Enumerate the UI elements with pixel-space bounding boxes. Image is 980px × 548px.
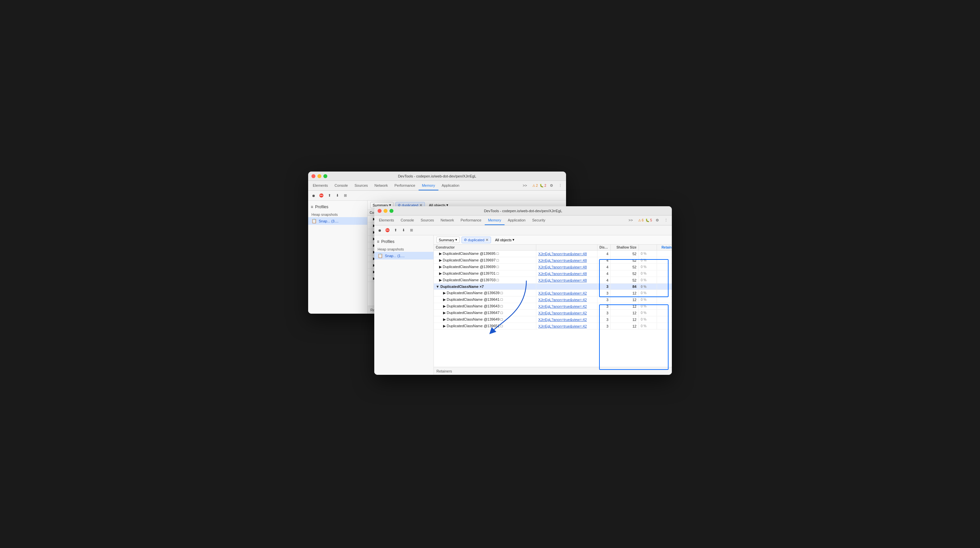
profiles-label-back: Profiles (315, 205, 328, 209)
download-icon-front[interactable]: ⬇ (400, 227, 407, 233)
td-link[interactable]: XJrrEgL?anon=true&view=:42 (536, 323, 597, 329)
table-row[interactable]: ▶ DuplicatedClassName @139647 □ XJrrEgL?… (434, 310, 672, 316)
tab-application-front[interactable]: Application (504, 216, 529, 225)
toolbar-back: ⏺ ⛔ ⬆ ⬇ ⊞ (308, 191, 566, 201)
warn-badge-front: ⚠ 6 (638, 218, 644, 222)
stop-icon[interactable]: ⛔ (318, 192, 325, 199)
tab-elements-back[interactable]: Elements (309, 181, 331, 191)
traffic-lights-front (378, 209, 393, 213)
sliders-icon: ≡ (311, 205, 313, 209)
settings-icon-front[interactable]: ⚙ (654, 217, 660, 224)
tab-console-front[interactable]: Console (398, 216, 417, 225)
maximize-button[interactable] (323, 174, 327, 178)
th-constructor-front: Constructor (434, 245, 536, 250)
td-constructor: ▶ DuplicatedClassName @139651 □ (434, 323, 536, 329)
filter-dropdown-front[interactable]: Summary ▾ (436, 237, 460, 243)
table-row[interactable]: ▶ DuplicatedClassName @139639 □ XJrrEgL?… (434, 290, 672, 297)
record-icon-front[interactable]: ⏺ (376, 227, 383, 233)
td-constructor: ▶ DuplicatedClassName @139643 □ (434, 303, 536, 309)
tab-more-front[interactable]: >> (625, 218, 636, 223)
data-table-front[interactable]: Constructor Dist... Shallow Size Retaine… (434, 245, 672, 367)
grid-icon-front[interactable]: ⊞ (408, 227, 415, 233)
tab-performance-back[interactable]: Performance (391, 181, 418, 191)
tab-security-front[interactable]: Security (529, 216, 549, 225)
filter-select-front[interactable]: All objects ▾ (493, 237, 517, 243)
table-row[interactable]: ▶ DuplicatedClassName @139649 □ XJrrEgL?… (434, 316, 672, 323)
minimize-button-front[interactable] (383, 209, 388, 213)
tab-bar-right-back: >> ⚠ 2 🐛 2 ⚙ ⋮ (519, 181, 565, 191)
tab-memory-front[interactable]: Memory (485, 216, 504, 225)
minimize-button[interactable] (317, 174, 321, 178)
tab-network-back[interactable]: Network (371, 181, 391, 191)
record-icon[interactable]: ⏺ (310, 192, 317, 199)
tab-elements-front[interactable]: Elements (375, 216, 398, 225)
bug-badge-back: 🐛 2 (539, 184, 546, 187)
tab-bar-back: Elements Console Sources Network Perform… (308, 181, 566, 191)
th-dist-front: Dist... (597, 245, 611, 250)
td-constructor: ▶ DuplicatedClassName @139647 □ (434, 310, 536, 316)
td-constructor: ▶ DuplicatedClassName @139695 □ (434, 251, 536, 257)
table-row-group[interactable]: ▼ DuplicatedClassName ×7 3 84 0 % 84 0 % (434, 284, 672, 290)
more-icon-front[interactable]: ⋮ (663, 217, 669, 224)
td-link[interactable]: XJrrEgL?anon=true&view=:48 (536, 257, 597, 264)
heap-content-front: Summary ▾ ⊘ duplicated ✕ All objects ▾ (434, 235, 672, 375)
td-constructor: ▶ DuplicatedClassName @139649 □ (434, 316, 536, 322)
screenshot-container: DevTools - codepen.io/web-dot-dev/pen/XJ… (308, 172, 672, 376)
td-link[interactable]: XJrrEgL?anon=true&view=:48 (536, 270, 597, 276)
td-constructor: ▶ DuplicatedClassName @139703 □ (434, 277, 536, 283)
upload-icon[interactable]: ⬆ (326, 192, 332, 199)
main-area-front: ≡ Profiles Heap snapshots 📋 Snap... (1..… (374, 235, 672, 375)
filter-bar-front: Summary ▾ ⊘ duplicated ✕ All objects ▾ (434, 235, 672, 245)
close-button[interactable] (312, 174, 315, 178)
table-header-front: Constructor Dist... Shallow Size Retaine… (434, 245, 672, 251)
td-link[interactable]: XJrrEgL?anon=true&view=:42 (536, 310, 597, 316)
profiles-header-back: ≡ Profiles (308, 203, 368, 211)
table-row[interactable]: ▶ DuplicatedClassName @139695 □ XJrrEgL?… (434, 251, 672, 257)
table-row[interactable]: ▶ DuplicatedClassName @139701 □ XJrrEgL?… (434, 270, 672, 277)
profiles-label-front: Profiles (381, 239, 395, 244)
download-icon[interactable]: ⬇ (334, 192, 340, 199)
table-row[interactable]: ▶ DuplicatedClassName @139697 □ XJrrEgL?… (434, 257, 672, 264)
profiles-header-front: ≡ Profiles (374, 238, 433, 245)
tab-application-back[interactable]: Application (438, 181, 463, 191)
tab-console-back[interactable]: Console (331, 181, 351, 191)
stop-icon-front[interactable]: ⛔ (384, 227, 391, 233)
devtools-window-front: DevTools - codepen.io/web-dot-dev/pen/XJ… (374, 206, 672, 375)
table-row[interactable]: ▶ DuplicatedClassName @139651 □ XJrrEgL?… (434, 323, 672, 330)
td-link[interactable]: XJrrEgL?anon=true&view=:48 (536, 277, 597, 283)
maximize-button-front[interactable] (390, 209, 393, 213)
window-title-back: DevTools - codepen.io/web-dot-dev/pen/XJ… (398, 174, 476, 178)
snapshot-item-front[interactable]: 📋 Snap... (1.... (374, 252, 433, 259)
filter-chip-front: ⊘ duplicated ✕ (461, 237, 491, 243)
td-constructor: ▶ DuplicatedClassName @139701 □ (434, 270, 536, 276)
table-row[interactable]: ▶ DuplicatedClassName @139699 □ XJrrEgL?… (434, 264, 672, 270)
td-link[interactable]: XJrrEgL?anon=true&view=:48 (536, 251, 597, 257)
td-link[interactable]: XJrrEgL?anon=true&view=:42 (536, 303, 597, 309)
upload-icon-front[interactable]: ⬆ (392, 227, 399, 233)
td-link[interactable]: XJrrEgL?anon=true&view=:42 (536, 297, 597, 303)
td-link[interactable]: XJrrEgL?anon=true&view=:42 (536, 290, 597, 296)
tab-bar-right-front: >> ⚠ 6 🐛 5 ⚙ ⋮ (625, 216, 671, 225)
td-link[interactable]: XJrrEgL?anon=true&view=:48 (536, 264, 597, 270)
tab-more-back[interactable]: >> (519, 183, 530, 188)
table-row[interactable]: ▶ DuplicatedClassName @139643 □ XJrrEgL?… (434, 303, 672, 310)
filter-chip-close-front[interactable]: ✕ (485, 238, 489, 242)
table-row[interactable]: ▶ DuplicatedClassName @139703 □ XJrrEgL?… (434, 277, 672, 284)
tab-performance-front[interactable]: Performance (457, 216, 485, 225)
tab-sources-back[interactable]: Sources (351, 181, 371, 191)
grid-icon[interactable]: ⊞ (342, 192, 348, 199)
tab-sources-front[interactable]: Sources (417, 216, 437, 225)
snapshot-item-back[interactable]: 📋 Snap... (3.... (308, 217, 368, 225)
th-shallow-pct-front (639, 245, 657, 250)
td-link[interactable]: XJrrEgL?anon=true&view=:42 (536, 316, 597, 322)
settings-icon-back[interactable]: ⚙ (548, 183, 555, 189)
table-row[interactable]: ▶ DuplicatedClassName @139641 □ XJrrEgL?… (434, 297, 672, 303)
title-bar-back: DevTools - codepen.io/web-dot-dev/pen/XJ… (308, 172, 566, 181)
more-icon-back[interactable]: ⋮ (557, 183, 563, 189)
sliders-icon-front: ≡ (377, 239, 379, 244)
snapshot-label-front: Snap... (1.... (385, 254, 405, 258)
tab-memory-back[interactable]: Memory (418, 181, 438, 191)
td-constructor: ▶ DuplicatedClassName @139697 □ (434, 257, 536, 264)
close-button-front[interactable] (378, 209, 382, 213)
tab-network-front[interactable]: Network (438, 216, 457, 225)
